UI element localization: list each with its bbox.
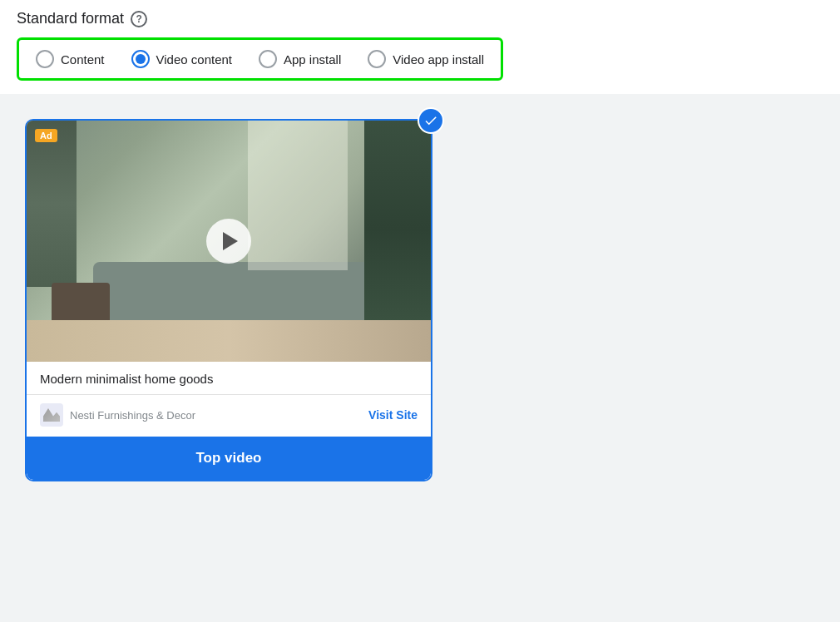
play-triangle-icon — [223, 232, 238, 250]
ad-title: Modern minimalist home goods — [40, 372, 418, 386]
top-video-button[interactable]: Top video — [27, 437, 431, 480]
page-title: Standard format — [17, 10, 124, 27]
radio-option-video-app-install[interactable]: Video app install — [368, 50, 484, 68]
radio-button-content[interactable] — [36, 50, 54, 68]
selected-check-icon — [418, 107, 444, 134]
top-section: Standard format ? Content Video content … — [0, 0, 840, 94]
ad-divider — [27, 394, 431, 395]
ad-card-body: Modern minimalist home goods Nesti Furni… — [27, 362, 431, 437]
ad-image — [27, 121, 431, 362]
ad-card-wrapper: Ad Modern minimalist home goods — [25, 119, 432, 481]
content-section: Ad Modern minimalist home goods — [0, 94, 840, 498]
ad-footer: Nesti Furnishings & Decor Visit Site — [40, 403, 418, 427]
ad-card-top: Ad — [27, 121, 431, 362]
window-light — [248, 121, 348, 270]
ad-card[interactable]: Ad Modern minimalist home goods — [25, 119, 432, 481]
brand-icon — [40, 403, 63, 427]
radio-inner-video-content — [136, 54, 146, 64]
radio-label-video-content: Video content — [156, 52, 232, 67]
ad-badge: Ad — [35, 129, 57, 142]
brand-area: Nesti Furnishings & Decor — [40, 403, 195, 427]
radio-group: Content Video content App install Video … — [17, 37, 503, 81]
shelf-right — [364, 121, 431, 337]
help-icon[interactable]: ? — [131, 11, 147, 27]
radio-label-video-app-install: Video app install — [393, 52, 484, 67]
radio-option-app-install[interactable]: App install — [259, 50, 341, 68]
title-row: Standard format ? — [17, 10, 823, 27]
brand-name: Nesti Furnishings & Decor — [70, 409, 195, 422]
radio-button-app-install[interactable] — [259, 50, 277, 68]
radio-button-video-content[interactable] — [131, 50, 150, 68]
brand-icon-shape — [43, 408, 60, 422]
radio-button-video-app-install[interactable] — [368, 50, 386, 68]
table-area — [52, 283, 110, 324]
radio-option-content[interactable]: Content — [36, 50, 105, 68]
radio-option-video-content[interactable]: Video content — [131, 50, 232, 68]
radio-label-content: Content — [61, 52, 105, 67]
radio-label-app-install: App install — [284, 52, 341, 67]
visit-site-link[interactable]: Visit Site — [368, 408, 418, 422]
play-button[interactable] — [206, 219, 251, 264]
shelf-left — [27, 121, 77, 287]
